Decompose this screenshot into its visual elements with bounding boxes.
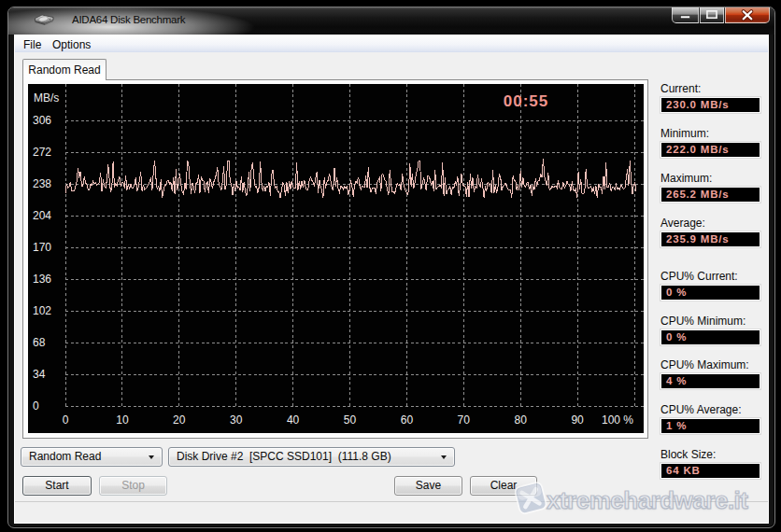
svg-text:10: 10 [116,413,129,427]
svg-text:306: 306 [33,114,51,127]
svg-text:40: 40 [287,413,300,427]
svg-text:170: 170 [33,241,51,254]
svg-text:100 %: 100 % [602,413,633,427]
svg-text:0: 0 [33,399,39,413]
svg-text:204: 204 [33,209,51,222]
svg-text:30: 30 [230,413,243,427]
svg-text:00:55: 00:55 [504,92,548,110]
svg-text:272: 272 [33,146,51,159]
svg-text:50: 50 [344,413,357,427]
svg-text:0: 0 [63,413,69,427]
svg-text:238: 238 [33,177,51,190]
svg-text:68: 68 [33,336,46,349]
svg-text:MB/s: MB/s [34,91,59,105]
svg-text:60: 60 [401,413,414,427]
svg-text:34: 34 [33,368,46,381]
svg-text:80: 80 [515,413,528,427]
svg-text:136: 136 [33,273,51,286]
svg-text:20: 20 [173,413,186,427]
svg-text:70: 70 [458,413,471,427]
svg-text:90: 90 [571,413,584,427]
svg-text:102: 102 [33,304,51,317]
